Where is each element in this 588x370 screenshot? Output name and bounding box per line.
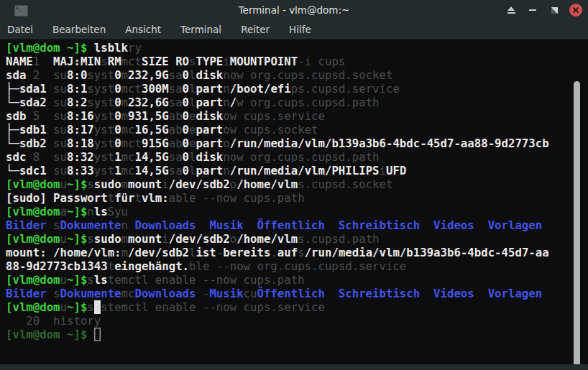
terminal-text: mount <box>128 177 162 191</box>
prompt-text: ~]$ <box>67 273 87 287</box>
terminal-text <box>87 328 93 341</box>
terminal-text <box>420 218 433 232</box>
terminal-text: 931,5G <box>128 109 169 123</box>
ghost-text: l <box>189 150 196 164</box>
cursor-block <box>94 300 101 314</box>
terminal-text: mount <box>128 232 162 246</box>
terminal-text: 16,5G <box>134 123 168 137</box>
terminal-text: ├─sda1 <box>6 82 47 96</box>
menubar: Datei Bearbeiten Ansicht Terminal Reiter… <box>0 20 588 40</box>
ghost-text: su <box>47 96 67 109</box>
ghost-text: o <box>230 232 236 246</box>
terminal-line: └─sda2 su8:2syst0m232,6Gsa0lpartn/w org.… <box>6 96 588 109</box>
terminal-text: 8:0 <box>67 68 87 82</box>
terminal-text <box>474 287 488 300</box>
ghost-text: t <box>134 191 141 205</box>
ghost-text: o <box>230 177 236 191</box>
terminal-text: ls <box>94 273 108 287</box>
ghost-text: e <box>189 137 196 150</box>
terminal-line: [vlm@domu~]$s stemctl enable --now cups.… <box>6 300 588 314</box>
ghost-text: m <box>121 68 128 82</box>
close-button[interactable] <box>569 4 582 17</box>
terminal-text: 0 <box>183 164 189 177</box>
terminal-text: 0 <box>114 96 121 109</box>
ghost-text: sa <box>169 164 183 177</box>
terminal-text: /run/media/vlm/b139a3b6-4bdc-45d7-aa <box>305 246 549 259</box>
ghost-text: 5 su <box>26 109 67 123</box>
ghost-text: m <box>121 246 128 259</box>
terminal-text: disk <box>196 150 224 164</box>
terminal-screen[interactable]: [vlm@dom ~]$ lsblkryNAME1 MAJ:MINsRMmctS… <box>0 40 588 370</box>
ghost-text: s.cupsd.path <box>298 232 379 246</box>
dir-name: Videos <box>433 218 474 232</box>
terminal-text: disk <box>196 109 224 123</box>
terminal-text: 88-9d2773cb1343 <box>6 259 108 273</box>
menu-item-terminal[interactable]: Terminal <box>180 24 221 35</box>
menu-item-hilfe[interactable]: Hilfe <box>289 24 311 35</box>
ghost-text: su <box>47 123 67 137</box>
terminal-text: 0 <box>114 137 121 150</box>
ghost-text: yst <box>94 164 114 177</box>
ghost-text: ps.cupsd.service <box>291 82 400 96</box>
terminal-text: part <box>196 164 224 177</box>
ghost-text: syst <box>87 96 114 109</box>
prompt-text: ~]$ <box>67 232 87 246</box>
ghost-text: syst <box>87 82 114 96</box>
terminal-text: 0 <box>183 123 189 137</box>
ghost-text: t <box>108 259 114 273</box>
terminal-line: Bilder sDokumentemcDownloads -MusikcuÖff… <box>6 287 588 300</box>
menu-item-datei[interactable]: Datei <box>7 24 33 35</box>
terminal-line: [vlm@domu~]$slstemctl enable --now cups.… <box>6 273 588 287</box>
terminal-line: sdc 8 su8:32yst1mc14,5Gsa0ldisknow org.c… <box>6 150 588 164</box>
terminal-line: 20 history <box>6 314 588 328</box>
terminal-text <box>420 287 433 300</box>
ghost-text: now org.cups.cupsd.socket <box>223 68 392 82</box>
ghost-text: yst <box>94 150 114 164</box>
maximize-button[interactable] <box>548 4 561 17</box>
dir-name: Bilder <box>6 287 47 300</box>
terminal-text: sda <box>6 68 26 82</box>
menu-item-reiter[interactable]: Reiter <box>241 24 270 35</box>
prompt-text: [vlm@dom <box>6 205 60 218</box>
menu-item-bearbeiten[interactable]: Bearbeiten <box>52 24 106 35</box>
ghost-text: u <box>60 300 67 314</box>
ghost-text: i <box>380 164 386 177</box>
terminal-line: [vlm@domu~]$ssudommounti/dev/sdb2o/home/… <box>6 232 588 246</box>
terminal-text: /dev/sdb2 <box>169 232 230 246</box>
terminal-line: [sudo] Passworttfürtvlm:able --now cups.… <box>6 191 588 205</box>
terminal-text: /home/vlm <box>236 232 298 246</box>
ghost-text: su <box>47 82 67 96</box>
ghost-text: l <box>189 96 196 109</box>
shade-button[interactable] <box>505 4 518 17</box>
ghost-text: sa <box>169 150 183 164</box>
terminal-text: 0 <box>183 68 189 82</box>
prompt-text: [vlm@dom <box>6 177 60 191</box>
terminal-text: MOUNTPOINT <box>230 55 298 68</box>
terminal-text <box>325 218 339 232</box>
terminal-text: 0 <box>114 68 121 82</box>
terminal-text: sdc <box>6 150 26 164</box>
terminal-text: 300M <box>142 82 169 96</box>
ghost-text: . <box>270 246 277 259</box>
minimize-button[interactable] <box>526 4 539 17</box>
ghost-text: - <box>196 287 209 300</box>
scrollbar-thumb[interactable] <box>574 81 580 370</box>
prompt-text: [vlm@dom <box>6 232 60 246</box>
terminal-text: mount: /home/vlm: <box>6 246 121 259</box>
terminal-text: ls <box>94 205 108 218</box>
menu-item-ansicht[interactable]: Ansicht <box>125 24 161 35</box>
ghost-text: yst <box>94 109 114 123</box>
ghost-text: l <box>189 68 196 82</box>
ghost-text: m <box>121 109 128 123</box>
window-controls <box>505 0 582 20</box>
ghost-text: s <box>47 287 60 300</box>
terminal-text: └─sdc1 <box>6 164 47 177</box>
ghost-text: mc <box>121 287 135 300</box>
ghost-text: a <box>60 205 67 218</box>
ghost-text: 2 su <box>26 68 67 82</box>
ghost-text: 20 history <box>6 314 101 328</box>
ghost-text: yst <box>94 123 114 137</box>
terminal-text: └─sdb2 <box>6 137 47 150</box>
terminal-text: 232,9G <box>128 68 169 82</box>
terminal-text: /dev/sdb2 <box>169 177 230 191</box>
